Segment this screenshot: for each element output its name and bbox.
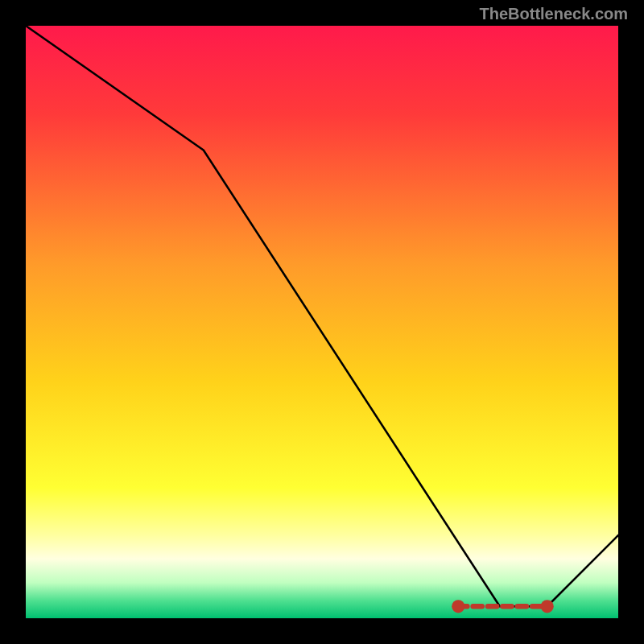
watermark-text: TheBottleneck.com (480, 5, 628, 23)
optimal-range-marker (452, 600, 554, 613)
line-layer (26, 26, 618, 618)
svg-point-2 (452, 600, 464, 613)
bottleneck-line (26, 26, 618, 606)
svg-point-3 (541, 600, 554, 613)
plot-area (26, 26, 618, 618)
chart-container: TheBottleneck.com (0, 0, 644, 644)
